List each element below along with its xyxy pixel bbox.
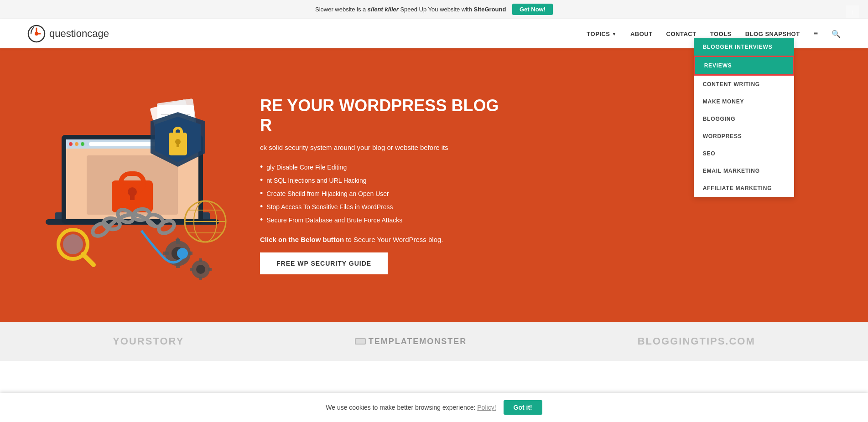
svg-rect-56 xyxy=(208,268,212,271)
scroll-up-button[interactable]: ↑ xyxy=(846,5,859,18)
nav-blog-snapshot[interactable]: BLOG SNAPSHOT xyxy=(745,31,800,37)
svg-rect-54 xyxy=(199,277,202,280)
nav-topics[interactable]: TOPICS ▼ xyxy=(587,31,617,37)
logo-text: questioncage xyxy=(49,28,109,40)
top-banner: Slower website is a silent killer Speed … xyxy=(0,0,868,19)
list-item: Secure From Database and Brute Force Att… xyxy=(260,215,841,225)
laptop-svg xyxy=(27,89,233,281)
nav-tools[interactable]: TOOLS xyxy=(710,31,732,37)
get-now-button[interactable]: Get Now! xyxy=(512,4,553,15)
svg-point-15 xyxy=(75,142,78,146)
svg-point-16 xyxy=(81,142,84,146)
silent-killer-text: silent killer xyxy=(368,6,399,13)
free-wp-security-guide-button[interactable]: FREE WP Security Guide xyxy=(260,252,388,274)
hero-cta-text: Click on the Below button to Secure Your… xyxy=(260,236,841,243)
svg-rect-48 xyxy=(163,252,169,255)
svg-line-43 xyxy=(83,254,94,265)
topics-dropdown-arrow: ▼ xyxy=(612,31,616,36)
svg-rect-47 xyxy=(176,262,180,268)
header: questioncage TOPICS ▼ ABOUT CONTACT TOOL… xyxy=(0,19,868,48)
siteground-text: SiteGround xyxy=(474,6,506,13)
hamburger-icon[interactable]: ≡ xyxy=(814,30,818,38)
search-icon[interactable]: 🔍 xyxy=(832,30,841,38)
dropdown-item-make-money[interactable]: MAKE MONEY xyxy=(694,93,794,110)
dropdown-item-reviews[interactable]: REVIEWS xyxy=(694,56,794,76)
svg-rect-23 xyxy=(130,192,135,200)
dropdown-item-content-writing[interactable]: CONTENT WRITING xyxy=(694,76,794,93)
dropdown-item-wordpress[interactable]: WORDPRESS xyxy=(694,128,794,145)
nav-contact[interactable]: CONTACT xyxy=(666,31,696,37)
svg-rect-29 xyxy=(177,142,179,147)
banner-text: Slower website is a silent killer Speed … xyxy=(315,6,508,13)
svg-point-52 xyxy=(196,265,205,274)
nav-wrapper: TOPICS ▼ ABOUT CONTACT TOOLS BLOG SNAPSH… xyxy=(587,30,841,38)
svg-rect-53 xyxy=(199,258,202,262)
main-nav: TOPICS ▼ ABOUT CONTACT TOOLS BLOG SNAPSH… xyxy=(587,30,841,38)
dropdown-item-email-marketing[interactable]: EMAIL MARKETING xyxy=(694,162,794,180)
svg-rect-59 xyxy=(356,339,365,344)
logos-strip: YOURSTORY TemplateMonster BLOGGINGTIPS.C… xyxy=(0,322,868,361)
dropdown-item-blogger-interviews[interactable]: BLOGGER INTERVIEWS xyxy=(694,38,794,56)
svg-point-57 xyxy=(177,248,188,259)
svg-point-14 xyxy=(69,142,73,146)
svg-point-42 xyxy=(63,234,83,254)
bloggingtips-logo: BLOGGINGTIPS.COM xyxy=(638,335,755,347)
templatemonster-logo: TemplateMonster xyxy=(355,337,467,346)
svg-point-1 xyxy=(35,32,38,36)
list-item: Stop Access To Sensitive Files in WordPr… xyxy=(260,202,841,211)
nav-about[interactable]: ABOUT xyxy=(630,31,653,37)
svg-rect-55 xyxy=(190,268,193,271)
dropdown-item-affiliate-marketing[interactable]: AFFILIATE MARKETING xyxy=(694,180,794,197)
topics-dropdown: BLOGGER INTERVIEWS REVIEWS CONTENT WRITI… xyxy=(694,38,794,197)
logo-icon xyxy=(27,25,46,43)
dropdown-item-seo[interactable]: SEO xyxy=(694,145,794,162)
yourstory-logo: YOURSTORY xyxy=(113,335,184,347)
templatemonster-icon xyxy=(355,337,366,345)
hero-illustration xyxy=(27,89,233,281)
dropdown-item-blogging[interactable]: BLOGGING xyxy=(694,110,794,128)
logo[interactable]: questioncage xyxy=(27,25,109,43)
